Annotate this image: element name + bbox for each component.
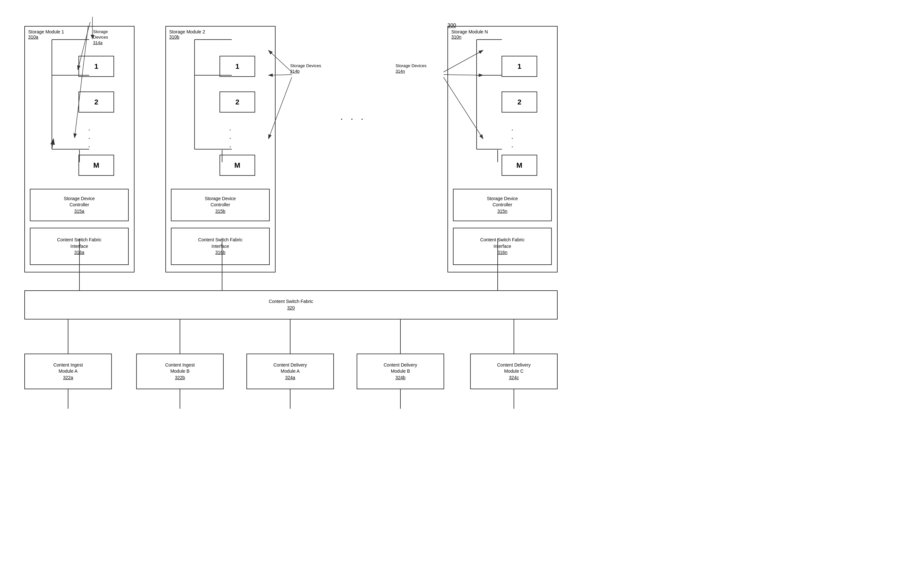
sm1-csfi: Content Switch FabricInterface316a <box>30 228 129 265</box>
sm2-controller: Storage DeviceController315b <box>171 189 270 221</box>
cim-b-box: Content IngestModule B322b <box>136 353 224 389</box>
cdm-a-box: Content DeliveryModule A324a <box>247 353 334 389</box>
sm2-title: Storage Module 2310b <box>169 29 205 39</box>
sm1-device-2: 2 <box>78 92 114 113</box>
smn-csfi: Content Switch FabricInterface316n <box>453 228 552 265</box>
smn-dots: ··· <box>511 126 513 151</box>
sm2-csfi: Content Switch FabricInterface316b <box>171 228 270 265</box>
smn-controller: Storage DeviceController315n <box>453 189 552 221</box>
cdm-c-box: Content DeliveryModule C324c <box>470 353 558 389</box>
sm1-controller: Storage DeviceController315a <box>30 189 129 221</box>
sm1-title: Storage Module 1 310a <box>28 29 64 39</box>
sm1-device-m: M <box>78 155 114 176</box>
sm2-device-m: M <box>219 155 255 176</box>
storage-module-1-outer: Storage Module 1 310a StorageDevices314a… <box>24 26 135 273</box>
sm2-device-1: 1 <box>219 56 255 77</box>
smn-device-m: M <box>501 155 537 176</box>
storage-module-n-outer: Storage Module N310n 1 2 ··· M Storage D… <box>447 26 558 273</box>
smn-title: Storage Module N310n <box>451 29 488 39</box>
sm2-dots: ··· <box>229 126 231 151</box>
csf-box: Content Switch Fabric320 <box>24 290 558 319</box>
smn-devices-label-ext: Storage Devices314n <box>395 63 426 74</box>
sm1-devices-label: StorageDevices314a <box>93 29 108 46</box>
smn-device-1: 1 <box>501 56 537 77</box>
diagram: 300 Storage Module 1 310a StorageDevices… <box>0 0 924 579</box>
smn-device-2: 2 <box>501 92 537 113</box>
cim-a-box: Content IngestModule A322a <box>24 353 112 389</box>
sm2-devices-label-ext: Storage Devices314b <box>290 63 321 74</box>
cdm-b-box: Content DeliveryModule B324b <box>357 353 444 389</box>
ellipsis: · · · <box>340 113 366 124</box>
sm2-device-2: 2 <box>219 92 255 113</box>
storage-module-2-outer: Storage Module 2310b 1 2 ··· M Storage D… <box>165 26 276 273</box>
sm1-device-1: 1 <box>78 56 114 77</box>
sm1-dots: ··· <box>88 126 90 151</box>
